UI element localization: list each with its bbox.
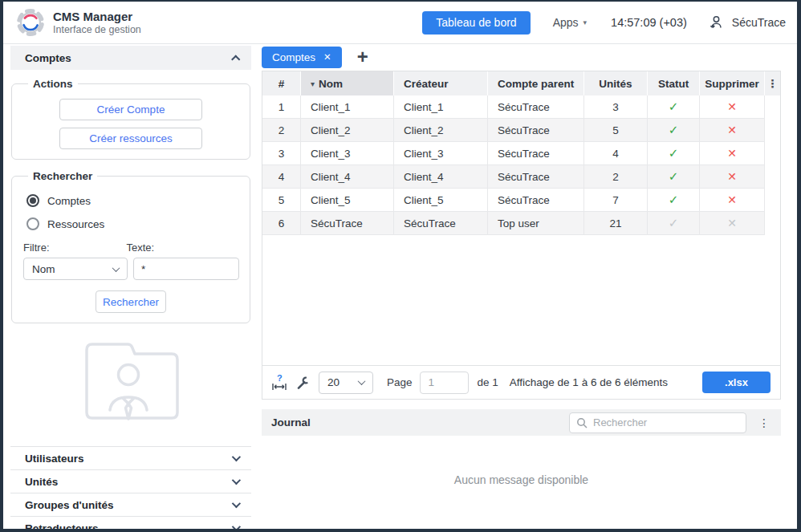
apps-menu-label: Apps — [553, 16, 579, 29]
folder-user-icon — [78, 336, 184, 428]
delete-cross-icon-disabled: ✕ — [727, 217, 737, 229]
search-submit-button[interactable]: Rechercher — [96, 290, 166, 313]
sidebar: Comptes Actions Créer Compte Créer resso… — [10, 46, 251, 532]
tab-label: Comptes — [272, 51, 315, 63]
journal-menu-icon[interactable]: ⋮ — [758, 416, 770, 429]
user-icon — [708, 14, 724, 30]
filter-select-value: Nom — [32, 263, 55, 275]
search-fieldset: Rechercher Comptes Ressources Filtre: Te… — [11, 170, 250, 323]
page-size-select[interactable]: 20 — [319, 372, 373, 394]
text-label: Texte: — [127, 242, 155, 254]
radio-accounts[interactable]: Comptes — [26, 194, 242, 207]
settings-wrench-icon[interactable] — [296, 376, 309, 389]
app-title: CMS Manager — [53, 10, 141, 24]
items-summary: Affichage de 1 à 6 de 6 éléments — [510, 376, 668, 388]
tab-comptes[interactable]: Comptes ✕ — [262, 47, 342, 68]
filter-label: Filtre: — [23, 242, 50, 254]
column-header-statut[interactable]: Statut — [648, 71, 700, 95]
column-header-nom[interactable]: ▾ Nom — [301, 71, 394, 95]
journal-panel: Journal ⋮ Aucun message disponible — [262, 409, 781, 524]
table-row[interactable]: 5 Client_5 Client_5 SécuTrace 7 ✓ ✕ — [262, 189, 765, 212]
table-row[interactable]: 6 SécuTrace SécuTrace Top user 21 ✓ ✕ — [262, 212, 765, 235]
journal-header: Journal ⋮ — [262, 409, 781, 436]
export-xlsx-button[interactable]: .xlsx — [702, 372, 771, 393]
create-account-button[interactable]: Créer Compte — [59, 99, 202, 120]
close-tab-icon[interactable]: ✕ — [323, 51, 331, 63]
sidebar-section-unites[interactable]: Unités — [10, 469, 251, 493]
delete-cross-icon[interactable]: ✕ — [727, 124, 737, 136]
grid-menu-button[interactable]: ⋮ — [765, 71, 780, 95]
accounts-grid: # ▾ Nom Créateur Compte parent Unités St… — [262, 71, 781, 400]
sidebar-section-retraducteurs[interactable]: Retraducteurs — [10, 516, 251, 532]
column-header-createur[interactable]: Créateur — [394, 71, 488, 95]
top-header: CMS Manager Interface de gestion Tableau… — [3, 2, 797, 44]
chevron-down-icon — [232, 453, 241, 461]
status-check-icon[interactable]: ✓ — [669, 99, 679, 114]
column-header-supprimer[interactable]: Supprimer — [700, 71, 765, 95]
status-check-icon[interactable]: ✓ — [669, 169, 679, 184]
radio-unselected-icon — [26, 217, 39, 230]
page-of-label: de 1 — [478, 376, 498, 388]
chevron-down-icon — [232, 476, 241, 485]
journal-search-input[interactable] — [593, 416, 739, 428]
grid-empty-space — [262, 235, 780, 365]
chevron-down-icon — [232, 499, 241, 508]
table-row[interactable]: 4 Client_4 Client_4 SécuTrace 2 ✓ ✕ — [262, 165, 765, 189]
search-text-input[interactable] — [133, 258, 239, 280]
search-icon — [576, 417, 588, 428]
brand-block: CMS Manager Interface de gestion — [53, 10, 141, 36]
actions-fieldset: Actions Créer Compte Créer ressources — [11, 78, 250, 160]
empty-folder-illustration — [78, 336, 184, 431]
radio-selected-icon — [26, 194, 39, 207]
add-tab-icon[interactable]: + — [357, 47, 368, 67]
delete-cross-icon[interactable]: ✕ — [727, 147, 737, 160]
page-input[interactable] — [420, 372, 469, 394]
apps-menu[interactable]: Apps ▾ — [553, 16, 587, 29]
page-size-value: 20 — [327, 376, 340, 388]
username-label: SécuTrace — [732, 16, 786, 29]
radio-resources-label: Ressources — [47, 218, 104, 230]
journal-search-box[interactable] — [569, 412, 746, 433]
tab-bar: Comptes ✕ + — [262, 46, 781, 68]
apps-caret-icon: ▾ — [583, 18, 588, 26]
sidebar-section-groupes[interactable]: Groupes d'unités — [10, 493, 251, 516]
delete-cross-icon[interactable]: ✕ — [727, 170, 737, 183]
column-header-num[interactable]: # — [262, 71, 301, 95]
dashboard-button[interactable]: Tableau de bord — [422, 11, 530, 35]
delete-cross-icon[interactable]: ✕ — [727, 100, 737, 113]
app-subtitle: Interface de gestion — [53, 24, 141, 36]
status-check-icon[interactable]: ✓ — [669, 123, 679, 137]
sidebar-section-comptes[interactable]: Comptes — [10, 46, 251, 70]
fit-columns-icon[interactable]: ? — [272, 375, 288, 391]
journal-empty-message: Aucun message disponible — [454, 473, 588, 486]
status-check-icon[interactable]: ✓ — [669, 146, 679, 160]
table-row[interactable]: 3 Client_3 Client_3 SécuTrace 4 ✓ ✕ — [262, 142, 765, 165]
status-check-icon-disabled: ✓ — [669, 216, 679, 230]
search-legend: Rechercher — [28, 170, 97, 182]
sidebar-section-utilisateurs[interactable]: Utilisateurs — [10, 446, 251, 469]
journal-title: Journal — [271, 416, 311, 428]
radio-resources[interactable]: Ressources — [26, 217, 242, 230]
create-resources-button[interactable]: Créer ressources — [59, 128, 202, 149]
column-header-compte-parent[interactable]: Compte parent — [488, 71, 584, 95]
table-row[interactable]: 2 Client_2 Client_2 SécuTrace 5 ✓ ✕ — [262, 119, 765, 142]
app-logo-gear-icon — [14, 6, 47, 39]
clock-display: 14:57:09 (+03) — [611, 16, 687, 29]
main-area: Comptes ✕ + # ▾ Nom Créateur Compte pare… — [262, 46, 781, 524]
filter-select[interactable]: Nom — [23, 258, 128, 280]
status-check-icon[interactable]: ✓ — [669, 193, 679, 207]
journal-body: Aucun message disponible — [262, 436, 781, 524]
section-comptes-label: Comptes — [25, 52, 71, 64]
app-window: CMS Manager Interface de gestion Tableau… — [0, 0, 801, 532]
table-row[interactable]: 1 Client_1 Client_1 SécuTrace 3 ✓ ✕ — [262, 95, 765, 119]
column-header-unites[interactable]: Unités — [584, 71, 648, 95]
chevron-up-icon — [231, 55, 240, 63]
sidebar-sections-list: Utilisateurs Unités Groupes d'unités Ret… — [10, 446, 251, 532]
page-label: Page — [387, 376, 413, 388]
user-menu[interactable]: SécuTrace — [708, 14, 786, 30]
actions-legend: Actions — [28, 78, 78, 90]
delete-cross-icon[interactable]: ✕ — [727, 193, 737, 206]
chevron-down-icon — [112, 264, 120, 272]
grid-header-row: # ▾ Nom Créateur Compte parent Unités St… — [262, 71, 780, 95]
chevron-down-icon — [358, 377, 366, 385]
